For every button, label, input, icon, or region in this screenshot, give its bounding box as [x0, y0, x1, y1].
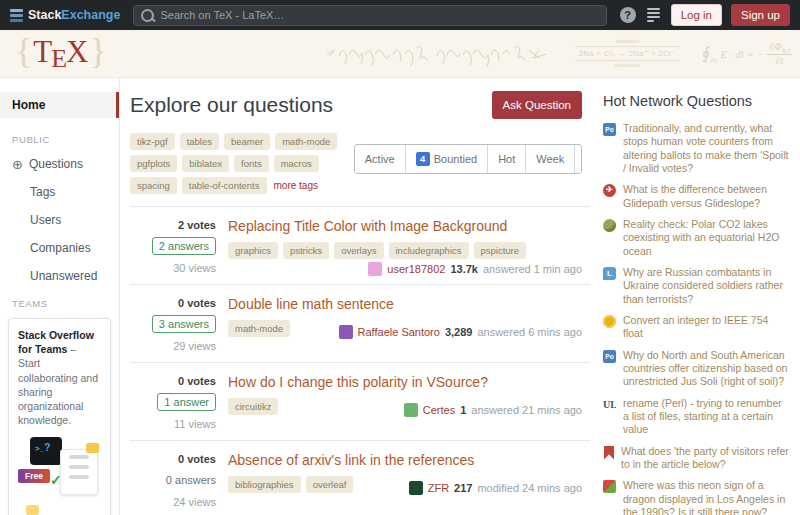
- hot-question-link[interactable]: Where was this neon sign of a dragon dis…: [623, 479, 790, 515]
- hot-question-link[interactable]: Why are Russian combatants in Ukraine co…: [623, 266, 790, 306]
- tag-filter[interactable]: pgfplots: [130, 155, 177, 172]
- tag[interactable]: pstricks: [283, 242, 329, 259]
- question-activity-time: answered 21 mins ago: [471, 404, 582, 416]
- tag-filter[interactable]: tikz-pgf: [130, 133, 175, 150]
- free-badge: Free: [18, 469, 50, 483]
- question-stats: 0 votes 1 answer 11 views: [130, 373, 228, 430]
- globe-icon: ⊕: [12, 158, 23, 171]
- user-link[interactable]: ZFR: [428, 482, 449, 494]
- question-title-link[interactable]: Replacing Title Color with Image Backgro…: [228, 218, 582, 234]
- hot-question[interactable]: UL rename (Perl) - trying to renumber a …: [603, 397, 790, 437]
- site-switcher-icon[interactable]: [645, 6, 662, 24]
- tag-filter[interactable]: biblatex: [182, 155, 229, 172]
- hot-question-link[interactable]: rename (Perl) - trying to renumber a lis…: [623, 397, 790, 437]
- bountied-count-badge: 4: [416, 152, 430, 166]
- page-title: Explore our questions: [130, 93, 333, 117]
- question-activity-time: modified 24 mins ago: [477, 482, 582, 494]
- unix-linux-icon: UL: [603, 398, 616, 411]
- user-link[interactable]: Certes: [423, 404, 455, 416]
- question-title-link[interactable]: Double line math sentence: [228, 296, 582, 312]
- user-reputation: 217: [454, 482, 472, 494]
- tag-filter[interactable]: table-of-contents: [182, 177, 267, 194]
- sidebar-item-home[interactable]: Home: [0, 92, 119, 118]
- hot-question-link[interactable]: Traditionally, and currently, what stops…: [623, 122, 790, 175]
- stackexchange-logo[interactable]: StackExchange: [10, 8, 120, 22]
- tag[interactable]: circuitikz: [228, 398, 278, 415]
- question-activity-time: answered 6 mins ago: [477, 326, 582, 338]
- user-link[interactable]: user187802: [387, 263, 445, 275]
- signup-button[interactable]: Sign up: [731, 4, 790, 26]
- question-row: 0 votes 3 answers 29 views Double line m…: [130, 285, 590, 363]
- answer-count-badge: 3 answers: [152, 315, 216, 333]
- ask-question-button[interactable]: Ask Question: [492, 91, 582, 119]
- more-tags-link[interactable]: more tags: [272, 177, 320, 194]
- user-link[interactable]: Raffaele Santoro: [358, 326, 440, 338]
- filter-week[interactable]: Week: [525, 145, 574, 173]
- tag-filter[interactable]: tables: [180, 133, 219, 150]
- user-reputation: 13.7k: [450, 263, 478, 275]
- hot-question[interactable]: Po Why do North and South American count…: [603, 349, 790, 389]
- question-activity-time: answered 1 min ago: [483, 263, 582, 275]
- tag-filter-list: tikz-pgf tables beamer math-mode pgfplot…: [130, 133, 354, 194]
- tag-filter[interactable]: beamer: [224, 133, 270, 150]
- answer-count-badge: 1 answer: [157, 393, 216, 411]
- filter-month[interactable]: Month: [574, 145, 582, 173]
- bookmark-icon: [604, 446, 614, 460]
- avatar[interactable]: [404, 403, 418, 417]
- tag-filter[interactable]: spacing: [130, 177, 177, 194]
- filter-hot[interactable]: Hot: [487, 145, 525, 173]
- politics-icon: Po: [603, 350, 616, 363]
- avatar[interactable]: [339, 325, 353, 339]
- hot-question[interactable]: Convert an integer to IEEE 754 float: [603, 314, 790, 341]
- view-count: 29 views: [130, 340, 216, 352]
- filter-bountied[interactable]: 4Bountied: [405, 145, 487, 173]
- top-bar: StackExchange ? Log in Sign up: [0, 0, 800, 30]
- sidebar-item-label: Questions: [29, 157, 83, 171]
- avatar[interactable]: [368, 262, 382, 276]
- hot-question[interactable]: Po Traditionally, and currently, what st…: [603, 122, 790, 175]
- tag[interactable]: math-mode: [228, 320, 290, 337]
- vote-count: 2 votes: [130, 219, 216, 231]
- hot-question[interactable]: Where was this neon sign of a dragon dis…: [603, 479, 790, 515]
- tag[interactable]: pspicture: [474, 242, 527, 259]
- tex-site-logo[interactable]: { TEX }: [14, 33, 108, 75]
- hot-question[interactable]: What does 'the party of visitors refer t…: [603, 445, 790, 472]
- search-input[interactable]: [133, 5, 606, 26]
- question-title-link[interactable]: Absence of arxiv's link in the reference…: [228, 452, 582, 468]
- tag[interactable]: graphics: [228, 242, 278, 259]
- sidebar-item-users[interactable]: Users: [0, 206, 119, 234]
- speech-bubble-icon: [26, 505, 39, 515]
- hot-question[interactable]: ✈ What is the difference between Glidepa…: [603, 183, 790, 210]
- main-column: Explore our questions Ask Question tikz-…: [120, 78, 590, 515]
- speech-bubble-icon: [86, 443, 99, 453]
- avatar[interactable]: [409, 481, 423, 495]
- help-icon[interactable]: ?: [620, 7, 636, 23]
- question-title-link[interactable]: How do I change this polarity in VSource…: [228, 374, 582, 390]
- hot-question[interactable]: L Why are Russian combatants in Ukraine …: [603, 266, 790, 306]
- hot-network-questions-panel: Hot Network Questions Po Traditionally, …: [590, 78, 800, 515]
- tag[interactable]: bibliographies: [228, 476, 301, 493]
- sidebar-item-questions[interactable]: ⊕ Questions: [0, 150, 119, 178]
- hot-question-link[interactable]: Why do North and South American countrie…: [623, 349, 790, 389]
- sidebar-item-companies[interactable]: Companies: [0, 234, 119, 262]
- hot-question-link[interactable]: Convert an integer to IEEE 754 float: [623, 314, 790, 341]
- tag[interactable]: overlays: [334, 242, 383, 259]
- hot-question-link[interactable]: What does 'the party of visitors refer t…: [621, 445, 790, 472]
- tag[interactable]: includegraphics: [389, 242, 469, 259]
- tag[interactable]: overleaf: [306, 476, 354, 493]
- sidebar-item-tags[interactable]: Tags: [0, 178, 119, 206]
- chemistry-equation-decoration: oxidation 2Na + Cl₂ → 2Na⁺ + 2Cl⁻ reduct…: [575, 37, 680, 70]
- tag-filter[interactable]: fonts: [234, 155, 269, 172]
- question-attribution: Raffaele Santoro 3,289 answered 6 mins a…: [339, 325, 582, 339]
- hot-question-link[interactable]: Reality check: Polar CO2 lakes coexistin…: [623, 218, 790, 258]
- tag-filter[interactable]: math-mode: [275, 133, 337, 150]
- question-attribution: Certes 1 answered 21 mins ago: [404, 403, 582, 417]
- filter-active[interactable]: Active: [355, 145, 405, 173]
- tag-filter[interactable]: macros: [274, 155, 319, 172]
- hot-question[interactable]: Reality check: Polar CO2 lakes coexistin…: [603, 218, 790, 258]
- hot-question-link[interactable]: What is the difference between Glidepath…: [623, 183, 790, 210]
- question-row: 2 votes 2 answers 30 views Replacing Tit…: [130, 207, 590, 285]
- sidebar-item-unanswered[interactable]: Unanswered: [0, 262, 119, 290]
- login-button[interactable]: Log in: [671, 4, 722, 26]
- site-header: { TEX } oxidation 2Na + Cl₂ → 2Na⁺ + 2Cl…: [0, 30, 800, 78]
